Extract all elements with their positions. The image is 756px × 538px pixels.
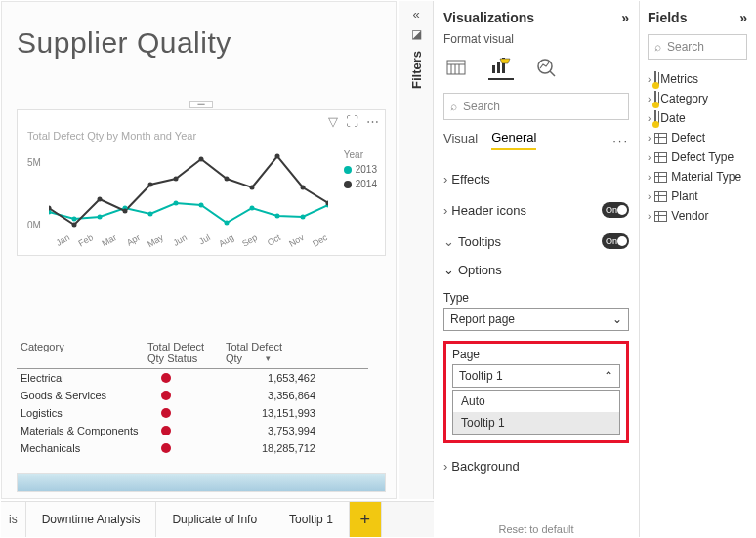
svg-point-9 — [275, 214, 280, 219]
svg-rect-30 — [497, 62, 500, 73]
table-row[interactable]: Materials & Components3,753,994 — [17, 422, 368, 439]
report-canvas[interactable]: Supplier Quality ═ ▽ ⛶ ⋯ Total Defect Qt… — [1, 1, 397, 499]
format-visual-label: Format visual — [443, 32, 629, 46]
search-icon: ⌕ — [654, 40, 661, 54]
svg-point-5 — [174, 201, 179, 206]
focus-mode-icon[interactable]: ⛶ — [346, 114, 358, 129]
table-icon — [654, 133, 667, 144]
x-tick: Nov — [282, 232, 306, 252]
svg-point-6 — [199, 203, 204, 208]
svg-point-21 — [275, 154, 280, 159]
field-table-defect[interactable]: ›Defect — [648, 128, 747, 147]
page-tab[interactable]: Duplicate of Info — [156, 502, 273, 537]
svg-point-22 — [301, 186, 306, 190]
background-group[interactable]: ›Background — [443, 451, 629, 481]
svg-line-33 — [550, 71, 555, 76]
y-tick: 0M — [27, 220, 41, 230]
tooltip-page-dropdown[interactable]: Tooltip 1⌃ — [452, 364, 620, 388]
svg-point-8 — [250, 206, 255, 211]
field-table-vendor[interactable]: ›Vendor — [648, 206, 747, 226]
collapse-viz-icon[interactable]: » — [621, 10, 629, 25]
chevron-right-icon: › — [648, 94, 651, 104]
svg-point-18 — [199, 157, 204, 162]
table-row[interactable]: Electrical1,653,462 — [17, 369, 368, 387]
x-tick: Mar — [95, 232, 118, 252]
table-visual[interactable]: Category Total DefectQty Status Total De… — [17, 339, 368, 457]
visual-drag-handle[interactable]: ═ — [189, 101, 213, 108]
svg-point-1 — [72, 217, 77, 222]
table-icon — [654, 191, 667, 202]
series-2013-line — [49, 203, 328, 223]
sub-tab-general[interactable]: General — [491, 130, 536, 150]
status-dot-icon — [161, 373, 171, 383]
more-options-icon[interactable]: ⋯ — [366, 114, 379, 129]
map-visual[interactable] — [17, 473, 386, 492]
fields-title: Fields — [648, 10, 687, 25]
expand-filters-icon[interactable]: « — [399, 7, 433, 21]
legend-item[interactable]: 2013 — [344, 164, 377, 175]
dropdown-option-tooltip1[interactable]: Tooltip 1 — [453, 412, 619, 434]
fields-search-input[interactable]: ⌕ Search — [648, 34, 747, 60]
filters-panel-collapsed[interactable]: « ◪ Filters — [399, 1, 434, 499]
svg-point-14 — [98, 197, 103, 202]
legend-title: Year — [344, 149, 377, 160]
header-icons-group[interactable]: ›Header icons On — [443, 194, 629, 226]
chevron-down-icon: ⌄ — [612, 312, 622, 326]
page-tabs: is Downtime Analysis Duplicate of Info T… — [1, 501, 470, 537]
header-icons-toggle[interactable]: On — [602, 202, 629, 218]
tooltips-group[interactable]: ⌄Tooltips On — [443, 226, 629, 257]
status-dot-icon — [161, 391, 171, 400]
page-title: Supplier Quality — [2, 2, 396, 60]
chevron-right-icon: › — [443, 203, 447, 218]
column-header-category[interactable]: Category — [17, 339, 144, 368]
status-dot-icon — [161, 426, 171, 435]
filters-icon: ◪ — [399, 27, 433, 41]
page-tab[interactable]: Tooltip 1 — [273, 502, 350, 537]
x-tick: May — [142, 232, 165, 252]
svg-point-4 — [148, 212, 153, 217]
legend-item[interactable]: 2014 — [344, 179, 377, 189]
dropdown-option-auto[interactable]: Auto — [453, 391, 619, 412]
reset-to-default-button[interactable]: Reset to default — [498, 523, 573, 535]
series-2014-line — [49, 156, 328, 225]
add-page-button[interactable]: + — [350, 502, 382, 537]
more-options-icon[interactable]: ··· — [612, 133, 629, 147]
field-table-plant[interactable]: ›Plant — [648, 186, 747, 206]
chevron-up-icon: ⌃ — [604, 369, 613, 383]
chart-plot-area: 5M 0M Jan Feb Mar Apr May Jun Jul Aug Se… — [27, 147, 330, 245]
sub-tab-visual[interactable]: Visual — [443, 131, 478, 149]
field-table-defect-type[interactable]: ›Defect Type — [648, 147, 747, 167]
tooltip-type-dropdown[interactable]: Report page⌄ — [443, 308, 629, 331]
tooltip-options-group[interactable]: ⌄Options — [443, 257, 629, 285]
svg-point-13 — [72, 223, 77, 228]
column-header-qty[interactable]: Total DefectQty▾ — [222, 339, 319, 368]
svg-rect-29 — [492, 65, 495, 73]
x-tick: Oct — [259, 232, 282, 252]
svg-point-19 — [225, 177, 230, 182]
tooltips-toggle[interactable]: On — [602, 233, 629, 249]
field-table-category[interactable]: ›Category — [648, 89, 747, 108]
field-table-metrics[interactable]: ›Metrics — [648, 69, 747, 89]
table-row[interactable]: Mechanicals18,285,712 — [17, 439, 368, 457]
field-table-date[interactable]: ›Date — [648, 108, 747, 128]
visualizations-title: Visualizations — [443, 10, 534, 25]
build-visual-tab[interactable] — [443, 55, 469, 80]
column-header-status[interactable]: Total DefectQty Status — [144, 339, 222, 368]
table-row[interactable]: Goods & Services3,356,864 — [17, 387, 368, 404]
format-visual-tab[interactable] — [488, 55, 514, 80]
analytics-tab[interactable] — [533, 55, 559, 80]
page-tab[interactable]: is — [1, 502, 26, 537]
field-table-material-type[interactable]: ›Material Type — [648, 167, 747, 186]
tooltip-page-options-list: Auto Tooltip 1 — [452, 390, 620, 435]
format-search-input[interactable]: ⌕ Search — [443, 93, 629, 120]
status-dot-icon — [161, 408, 171, 418]
collapse-fields-icon[interactable]: » — [739, 10, 747, 25]
effects-group[interactable]: ›Effects — [443, 164, 629, 194]
line-chart-visual[interactable]: ═ ▽ ⛶ ⋯ Total Defect Qty by Month and Ye… — [17, 109, 386, 256]
table-row[interactable]: Logistics13,151,993 — [17, 404, 368, 422]
filters-label: Filters — [409, 51, 424, 89]
svg-rect-24 — [447, 61, 465, 74]
filter-icon[interactable]: ▽ — [328, 114, 338, 129]
page-tab[interactable]: Downtime Analysis — [26, 502, 157, 537]
search-icon: ⌕ — [450, 100, 457, 113]
